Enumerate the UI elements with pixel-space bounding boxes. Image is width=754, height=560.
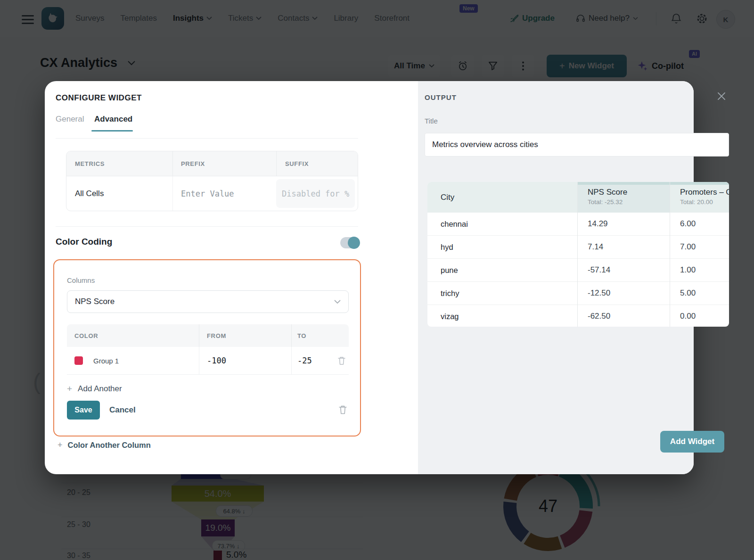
output-heading: OUTPUT bbox=[425, 93, 457, 101]
prefix-input[interactable]: Enter Value bbox=[173, 189, 276, 198]
column-header-to: TO bbox=[292, 332, 306, 339]
modal-title: CONFIGURE WIDGET bbox=[56, 93, 142, 103]
color-coding-toggle[interactable] bbox=[340, 237, 359, 248]
column-header-nps: NPS Score Total: -25.32 bbox=[577, 182, 670, 213]
column-header-prefix: PREFIX bbox=[173, 160, 276, 167]
tab-general[interactable]: General bbox=[56, 115, 84, 124]
column-divider bbox=[670, 182, 670, 327]
color-coding-editor: Columns NPS Score COLOR FROM TO Group 1 bbox=[53, 259, 361, 436]
table-scroll-strip[interactable] bbox=[577, 182, 729, 185]
delete-column-rule-button[interactable] bbox=[338, 404, 347, 415]
configure-widget-modal: CONFIGURE WIDGET General Advanced METRIC… bbox=[45, 81, 694, 474]
close-modal-button[interactable] bbox=[717, 91, 726, 101]
color-group-table: COLOR FROM TO Group 1 -100 -25 bbox=[67, 324, 349, 375]
column-total: Total: 20.00 bbox=[680, 198, 729, 206]
column-divider bbox=[577, 182, 578, 327]
from-value-input[interactable]: -100 bbox=[199, 356, 291, 365]
group-name: Group 1 bbox=[93, 357, 119, 365]
column-header-from: FROM bbox=[199, 332, 291, 339]
metrics-format-table: METRICS PREFIX SUFFIX All Cells Enter Va… bbox=[66, 151, 358, 211]
trash-icon bbox=[338, 404, 347, 415]
column-header-color: COLOR bbox=[67, 332, 199, 339]
widget-title-input[interactable] bbox=[425, 133, 729, 156]
color-coding-heading: Color Coding bbox=[56, 237, 112, 247]
tab-advanced[interactable]: Advanced bbox=[94, 115, 132, 124]
table-row: trichy -12.50 5.00 bbox=[427, 282, 729, 305]
add-another-button[interactable]: + Add Another bbox=[67, 384, 122, 394]
table-row: pune -57.14 1.00 bbox=[427, 259, 729, 282]
app-window: Surveys Templates Insights Tickets Conta… bbox=[0, 0, 754, 560]
output-preview-table: City NPS Score Total: -25.32 Promoters –… bbox=[427, 182, 729, 327]
table-row: hyd 7.14 7.00 bbox=[427, 236, 729, 259]
metrics-cell: All Cells bbox=[66, 189, 172, 198]
table-row: chennai 14.29 6.00 bbox=[427, 213, 729, 236]
divider bbox=[56, 226, 358, 227]
table-row: vizag -62.50 0.00 bbox=[427, 305, 729, 327]
column-select[interactable]: NPS Score bbox=[67, 290, 349, 313]
column-header-metrics: METRICS bbox=[66, 160, 172, 167]
columns-label: Columns bbox=[67, 276, 95, 284]
suffix-input-disabled: Disabled for % bbox=[276, 179, 355, 208]
chevron-down-icon bbox=[334, 300, 341, 304]
to-value-input[interactable]: -25 bbox=[292, 356, 337, 365]
delete-group-button[interactable] bbox=[337, 356, 349, 365]
divider bbox=[56, 138, 358, 139]
save-button[interactable]: Save bbox=[67, 401, 100, 420]
trash-icon bbox=[337, 356, 346, 365]
close-icon bbox=[717, 91, 726, 101]
group-color-swatch[interactable] bbox=[74, 356, 83, 365]
plus-icon: + bbox=[57, 440, 63, 450]
add-widget-button[interactable]: Add Widget bbox=[660, 431, 724, 453]
toggle-knob bbox=[348, 237, 360, 249]
column-header-suffix: SUFFIX bbox=[277, 160, 309, 167]
cancel-button[interactable]: Cancel bbox=[109, 405, 136, 415]
column-header-city: City bbox=[427, 182, 577, 213]
column-total: Total: -25.32 bbox=[588, 198, 670, 206]
output-pane: OUTPUT Title City NPS Score Total: -25.3… bbox=[418, 81, 694, 474]
title-field-label: Title bbox=[425, 117, 438, 125]
color-another-column-button[interactable]: + Color Another Column bbox=[57, 440, 151, 450]
active-tab-underline bbox=[91, 130, 133, 132]
plus-icon: + bbox=[67, 384, 72, 394]
column-header-promoters: Promoters – C Total: 20.00 bbox=[670, 182, 729, 213]
